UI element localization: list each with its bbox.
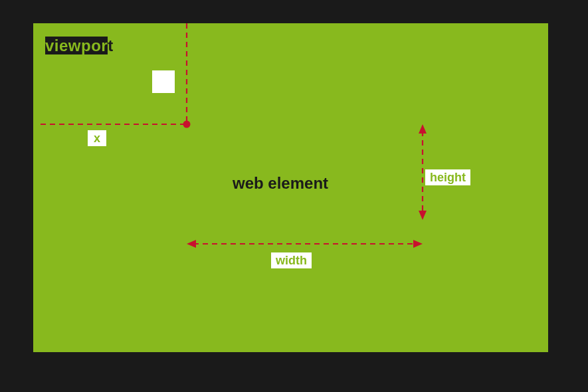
width-label-box: width: [271, 252, 312, 268]
viewport-label-dark: t: [108, 37, 114, 54]
height-label-box: height: [425, 169, 470, 185]
web-element-label: web element: [233, 174, 328, 193]
y-label-box: [152, 70, 175, 93]
viewport-label: viewport: [45, 37, 114, 55]
viewport-label-green: viewpor: [45, 37, 108, 54]
x-label-box: x: [88, 130, 106, 146]
